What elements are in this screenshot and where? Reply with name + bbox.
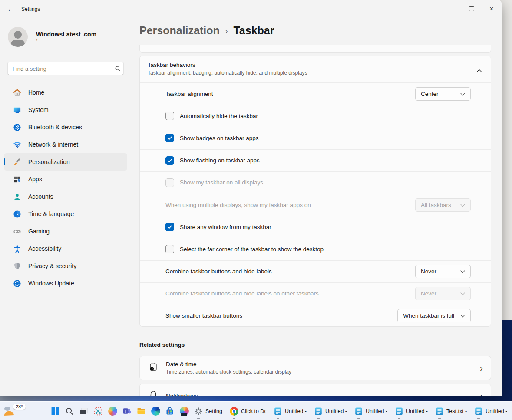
- related-title: Date & time: [166, 361, 291, 368]
- page-title: Taskbar: [233, 24, 274, 37]
- titlebar[interactable]: ← Settings ✕: [0, 0, 502, 17]
- sidebar-item-label: Personalization: [28, 158, 70, 165]
- checkbox[interactable]: [165, 156, 174, 165]
- dropdown[interactable]: Center: [415, 87, 471, 101]
- dropdown-value: Never: [421, 290, 436, 297]
- taskbar-behaviors-card: Taskbar behaviors Taskbar alignment, bad…: [139, 56, 491, 327]
- dropdown-value: Never: [421, 268, 436, 275]
- taskbar-app-notepad-7[interactable]: Untitled -: [470, 402, 511, 420]
- checkbox[interactable]: [165, 112, 174, 120]
- taskbar-app-notepad-3[interactable]: Untitled -: [310, 402, 350, 420]
- setting-label: Taskbar alignment: [165, 91, 213, 97]
- sidebar-item-gaming[interactable]: Gaming: [4, 223, 127, 240]
- sidebar-item-system[interactable]: System: [4, 101, 127, 118]
- snip-taskbar-icon[interactable]: [93, 407, 103, 416]
- close-icon[interactable]: ✕: [482, 0, 502, 17]
- sidebar-item-home[interactable]: Home: [4, 84, 127, 101]
- maximize-icon[interactable]: [462, 0, 482, 17]
- chevron-down-icon: [460, 91, 465, 97]
- weather-widget[interactable]: 28°: [3, 403, 29, 420]
- related-subtitle: Time zones, automatic clock settings, ca…: [166, 369, 291, 375]
- dropdown-value: When taskbar is full: [403, 312, 454, 319]
- sidebar-item-privacy[interactable]: Privacy & security: [4, 257, 127, 275]
- breadcrumb-parent[interactable]: Personalization: [139, 24, 220, 37]
- search-input[interactable]: [8, 66, 112, 72]
- avatar[interactable]: [8, 27, 28, 47]
- dropdown[interactable]: When taskbar is full: [397, 309, 471, 322]
- sidebar-item-apps[interactable]: Apps: [4, 171, 127, 188]
- dropdown-value: All taskbars: [421, 202, 451, 208]
- related-title: Notifications: [166, 393, 198, 397]
- sidebar-item-accounts[interactable]: Accounts: [4, 188, 127, 205]
- explorer-taskbar-icon[interactable]: [136, 407, 146, 416]
- sidebar-nav: HomeSystemBluetooth & devicesNetwork & i…: [4, 84, 127, 292]
- edge-taskbar-icon[interactable]: [151, 407, 160, 416]
- search-taskbar-icon[interactable]: [65, 407, 74, 416]
- sidebar-item-accessibility[interactable]: Accessibility: [4, 240, 127, 257]
- user-subtext: ': [36, 39, 37, 44]
- sidebar-item-label: Accessibility: [28, 245, 61, 252]
- taskbar-app-chrome-1[interactable]: Click to Do: [226, 402, 270, 420]
- sidebar-item-bluetooth[interactable]: Bluetooth & devices: [4, 118, 127, 136]
- sidebar-item-label: Home: [28, 89, 44, 96]
- back-button[interactable]: ←: [4, 3, 17, 15]
- taskbar-app-settings-0[interactable]: Setting: [190, 402, 226, 420]
- related-setting-datetime[interactable]: Date & timeTime zones, automatic clock s…: [139, 356, 491, 380]
- gaming-icon: [13, 227, 21, 236]
- section-title: Taskbar behaviors: [148, 62, 195, 68]
- sidebar-item-time[interactable]: Time & language: [4, 205, 127, 223]
- setting-label: Automatically hide the taskbar: [180, 113, 258, 119]
- taskbar-behaviors-header[interactable]: Taskbar behaviors Taskbar alignment, bad…: [140, 56, 491, 82]
- checkbox[interactable]: [165, 245, 174, 253]
- settings-window: ← Settings ✕ WindowsLatest .com ' HomeSy…: [0, 0, 502, 396]
- taskview-taskbar-icon[interactable]: [79, 407, 89, 416]
- taskbar-app-notepad-4[interactable]: Untitled -: [350, 402, 391, 420]
- chevron-up-icon[interactable]: [476, 66, 482, 74]
- taskbar-app-notepad-5[interactable]: Untitled -: [391, 402, 431, 420]
- related-setting-notifications[interactable]: Notifications›: [139, 384, 491, 396]
- sidebar-item-network[interactable]: Network & internet: [4, 136, 127, 153]
- search-box[interactable]: [7, 62, 124, 75]
- teams-taskbar-icon[interactable]: [122, 407, 132, 416]
- minimize-icon[interactable]: [442, 0, 462, 17]
- setting-row: Show flashing on taskbar apps: [140, 149, 491, 171]
- settings-icon: [194, 407, 203, 416]
- section-subtitle: Taskbar alignment, badging, automaticall…: [148, 70, 307, 76]
- update-icon: [13, 279, 21, 288]
- setting-row: Show smaller taskbar buttonsWhen taskbar…: [140, 305, 491, 327]
- m365-taskbar-icon[interactable]: [179, 407, 189, 416]
- sidebar-item-label: Privacy & security: [28, 262, 76, 269]
- notepad-icon: [314, 407, 323, 416]
- taskbar-app-notepad-2[interactable]: Untitled -: [270, 402, 310, 420]
- setting-label: Combine taskbar buttons and hide labels …: [165, 290, 319, 297]
- sidebar-item-label: Accounts: [28, 193, 53, 200]
- sidebar: WindowsLatest .com ' HomeSystemBluetooth…: [0, 17, 131, 396]
- setting-row: When using multiple displays, show my ta…: [140, 194, 491, 216]
- search-icon: [112, 66, 123, 72]
- home-icon: [13, 88, 21, 97]
- notifications-icon: [149, 390, 158, 396]
- pinned-icons: [50, 402, 189, 420]
- sidebar-item-update[interactable]: Windows Update: [4, 275, 127, 292]
- notepad-icon: [354, 407, 363, 416]
- checkbox[interactable]: [165, 223, 174, 231]
- sidebar-item-personalization[interactable]: Personalization: [4, 153, 127, 171]
- checkbox[interactable]: [165, 134, 174, 142]
- copilot-taskbar-icon[interactable]: [108, 407, 117, 416]
- chevron-right-icon: ›: [480, 363, 483, 373]
- time-icon: [13, 210, 21, 218]
- content-area: Personalization › Taskbar Taskbar behavi…: [139, 17, 491, 396]
- dropdown[interactable]: Never: [415, 265, 471, 278]
- start-taskbar-icon[interactable]: [50, 407, 60, 416]
- chrome-icon: [229, 407, 239, 416]
- window-title: Settings: [21, 6, 40, 12]
- taskbar-app-label: Untitled -: [406, 408, 428, 414]
- accounts-icon: [13, 192, 21, 201]
- taskbar-app-notepad-6[interactable]: Test.txt -: [431, 402, 470, 420]
- chevron-down-icon: [460, 268, 465, 275]
- store-taskbar-icon[interactable]: [165, 407, 175, 416]
- dropdown: All taskbars: [415, 198, 471, 212]
- dropdown-value: Center: [421, 91, 439, 97]
- setting-row: Taskbar alignmentCenter: [140, 82, 491, 105]
- running-apps: SettingClick to DoUntitled -Untitled -Un…: [190, 402, 512, 420]
